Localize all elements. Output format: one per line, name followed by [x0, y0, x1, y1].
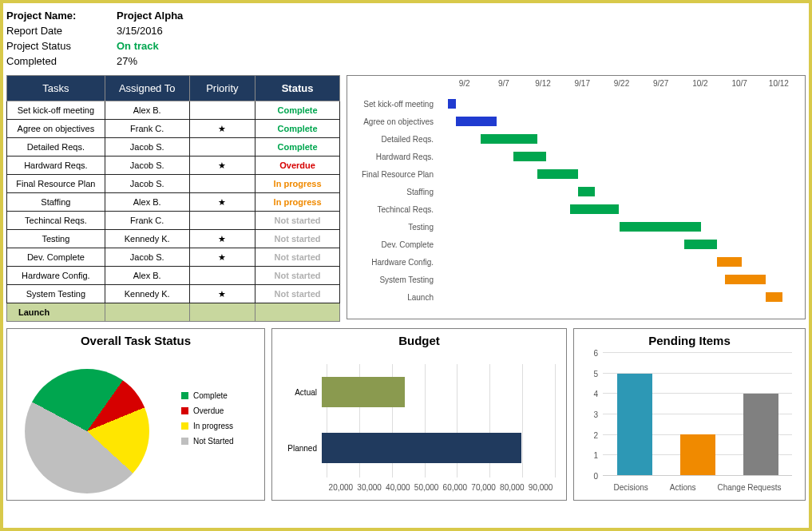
table-row: Techincal Reqs. Frank C. Not started: [7, 212, 340, 230]
status-cell: Complete: [255, 101, 340, 120]
budget-card: Budget Actual Planned 20,00030,00040,000…: [271, 328, 567, 501]
priority-cell: [189, 212, 255, 230]
project-status-label: Project Status: [6, 40, 117, 52]
gantt-x-tick: 10/7: [720, 79, 759, 88]
budget-x-tick: 30,000: [355, 483, 384, 492]
assigned-cell: Jacob S.: [105, 157, 189, 175]
gantt-row: Hardward Reqs.: [347, 148, 798, 165]
assigned-cell: Alex B.: [105, 101, 189, 120]
priority-cell: [189, 138, 255, 157]
pending-y-tick: 6: [593, 349, 598, 358]
gantt-row: Testing: [347, 218, 798, 236]
task-table-header: Status: [255, 76, 340, 101]
table-row: Testing Kennedy K. ★ Not started: [7, 230, 340, 248]
table-row: Hardware Config. Alex B. Not started: [7, 267, 340, 285]
pending-x-label: Change Requests: [717, 483, 781, 492]
priority-cell: ★: [189, 120, 255, 138]
task-table: TasksAssigned ToPriorityStatus Set kick-…: [6, 75, 340, 322]
task-name-cell: System Testing: [7, 285, 105, 303]
gantt-row: Hardware Config.: [347, 253, 798, 271]
assigned-cell: Jacob S.: [105, 138, 189, 157]
priority-cell: [189, 267, 255, 285]
table-row: Staffing Alex B. ★ In progress: [7, 193, 340, 212]
task-table-header: Tasks: [7, 76, 105, 101]
gantt-row: Launch: [347, 288, 798, 306]
assigned-cell: Kennedy K.: [105, 230, 189, 248]
gantt-bar: [684, 240, 717, 249]
budget-x-tick: 20,000: [327, 483, 355, 492]
priority-cell: [189, 175, 255, 193]
status-cell: In progress: [255, 175, 340, 193]
pending-card: Pending Items 0123456 DecisionsActionsCh…: [573, 328, 806, 501]
project-name-value: Project Alpha: [117, 10, 183, 22]
priority-cell: ★: [189, 285, 255, 303]
pending-y-tick: 5: [593, 369, 598, 378]
gantt-task-label: Staffing: [347, 188, 440, 196]
task-table-header: Priority: [189, 76, 255, 101]
legend-swatch: [181, 422, 188, 430]
status-cell: Not started: [255, 212, 340, 230]
overall-status-title: Overall Task Status: [7, 329, 264, 347]
assigned-cell: Kennedy K.: [105, 285, 189, 303]
table-row: Detailed Reqs. Jacob S. Complete: [7, 138, 340, 157]
project-status-value: On track: [117, 40, 159, 52]
pie-disc: [25, 369, 149, 493]
task-name-cell: Final Resource Plan: [7, 175, 105, 193]
status-cell: Not started: [255, 248, 340, 267]
gantt-task-label: Launch: [347, 293, 440, 302]
gantt-bar: [766, 292, 782, 302]
status-cell: Not started: [255, 230, 340, 248]
gantt-bar: [513, 152, 546, 161]
gantt-bar: [537, 169, 578, 179]
task-table-header: Assigned To: [105, 76, 189, 101]
budget-x-tick: 80,000: [498, 483, 527, 492]
gantt-bar: [448, 99, 456, 109]
budget-bar: [322, 377, 405, 407]
pending-y-tick: 1: [593, 451, 598, 460]
gantt-row: System Testing: [347, 271, 798, 288]
task-name-cell: Agree on objectives: [7, 120, 105, 138]
gantt-bar: [725, 275, 766, 284]
table-row: Final Resource Plan Jacob S. In progress: [7, 175, 340, 193]
gantt-row: Agree on objectives: [347, 113, 798, 130]
legend-label: Complete: [193, 391, 228, 400]
pending-bar: [743, 394, 778, 475]
gantt-row: Dev. Complete: [347, 236, 798, 253]
gantt-row: Staffing: [347, 183, 798, 200]
legend-swatch: [181, 392, 188, 399]
status-cell: In progress: [255, 193, 340, 212]
task-name-cell: Dev. Complete: [7, 248, 105, 267]
pending-y-tick: 4: [593, 390, 598, 398]
task-name-cell: Techincal Reqs.: [7, 212, 105, 230]
report-date-label: Report Date: [6, 25, 117, 37]
gantt-task-label: System Testing: [347, 275, 440, 284]
pending-x-label: Actions: [670, 483, 696, 492]
budget-x-tick: 50,000: [412, 483, 441, 492]
pending-x-label: Decisions: [613, 483, 648, 492]
pending-y-tick: 2: [593, 430, 598, 439]
gantt-bar: [570, 204, 619, 214]
assigned-cell: Frank C.: [105, 120, 189, 138]
status-cell: Not started: [255, 267, 340, 285]
gantt-task-label: Techincal Reqs.: [347, 205, 440, 214]
gantt-task-label: Testing: [347, 223, 440, 232]
status-cell: Overdue: [255, 157, 340, 175]
legend-item: Not Started: [181, 437, 234, 446]
status-cell: Complete: [255, 138, 340, 157]
gantt-x-tick: 10/12: [759, 79, 798, 88]
budget-series-label: Planned: [283, 444, 322, 453]
gantt-task-label: Final Resource Plan: [347, 170, 440, 179]
gantt-x-tick: 9/27: [641, 79, 680, 88]
task-name-cell: Staffing: [7, 193, 105, 212]
gantt-bar: [481, 134, 537, 144]
gantt-x-tick: 9/12: [523, 79, 562, 88]
gantt-task-label: Hardward Reqs.: [347, 153, 440, 161]
legend-label: In progress: [193, 422, 233, 430]
launch-row: Launch: [7, 303, 340, 322]
table-row: Hardward Reqs. Jacob S. ★ Overdue: [7, 157, 340, 175]
gantt-row: Final Resource Plan: [347, 165, 798, 183]
priority-cell: ★: [189, 193, 255, 212]
budget-title: Budget: [272, 329, 566, 347]
legend-swatch: [181, 407, 188, 414]
task-name-cell: Detailed Reqs.: [7, 138, 105, 157]
